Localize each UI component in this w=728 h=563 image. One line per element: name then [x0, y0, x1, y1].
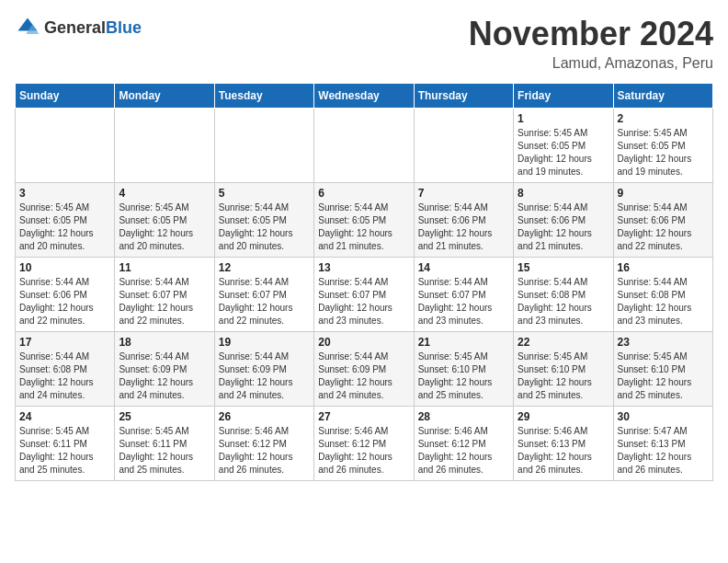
day-info: Sunrise: 5:46 AM Sunset: 6:12 PM Dayligh…: [318, 425, 409, 477]
calendar-cell: 20Sunrise: 5:44 AM Sunset: 6:09 PM Dayli…: [314, 332, 414, 407]
day-number: 22: [518, 336, 609, 349]
day-info: Sunrise: 5:45 AM Sunset: 6:10 PM Dayligh…: [418, 350, 509, 402]
day-number: 29: [518, 410, 609, 423]
day-info: Sunrise: 5:44 AM Sunset: 6:08 PM Dayligh…: [19, 350, 110, 402]
day-number: 3: [19, 187, 110, 200]
calendar-cell: 8Sunrise: 5:44 AM Sunset: 6:06 PM Daylig…: [514, 183, 613, 258]
calendar-cell: 16Sunrise: 5:44 AM Sunset: 6:08 PM Dayli…: [613, 258, 712, 332]
day-info: Sunrise: 5:45 AM Sunset: 6:10 PM Dayligh…: [518, 350, 609, 402]
calendar-cell: 21Sunrise: 5:45 AM Sunset: 6:10 PM Dayli…: [414, 332, 513, 407]
weekday-header-tuesday: Tuesday: [214, 84, 313, 109]
weekday-header-saturday: Saturday: [613, 84, 712, 109]
weekday-header-row: SundayMondayTuesdayWednesdayThursdayFrid…: [16, 84, 713, 109]
day-info: Sunrise: 5:44 AM Sunset: 6:06 PM Dayligh…: [418, 201, 509, 253]
day-info: Sunrise: 5:44 AM Sunset: 6:09 PM Dayligh…: [219, 350, 310, 402]
day-number: 30: [618, 410, 709, 423]
calendar-cell: 30Sunrise: 5:47 AM Sunset: 6:13 PM Dayli…: [613, 407, 712, 481]
day-info: Sunrise: 5:45 AM Sunset: 6:10 PM Dayligh…: [618, 350, 709, 402]
day-number: 21: [418, 336, 509, 349]
day-number: 17: [19, 336, 110, 349]
day-info: Sunrise: 5:45 AM Sunset: 6:11 PM Dayligh…: [119, 425, 210, 477]
calendar-cell: 13Sunrise: 5:44 AM Sunset: 6:07 PM Dayli…: [314, 258, 414, 332]
day-number: 4: [119, 187, 210, 200]
calendar-cell: 18Sunrise: 5:44 AM Sunset: 6:09 PM Dayli…: [115, 332, 214, 407]
day-info: Sunrise: 5:44 AM Sunset: 6:06 PM Dayligh…: [618, 201, 709, 253]
calendar-cell: 1Sunrise: 5:45 AM Sunset: 6:05 PM Daylig…: [514, 109, 613, 183]
calendar-cell: 2Sunrise: 5:45 AM Sunset: 6:05 PM Daylig…: [613, 109, 712, 183]
calendar-cell: 28Sunrise: 5:46 AM Sunset: 6:12 PM Dayli…: [414, 407, 513, 481]
day-info: Sunrise: 5:45 AM Sunset: 6:05 PM Dayligh…: [119, 201, 210, 253]
day-info: Sunrise: 5:45 AM Sunset: 6:05 PM Dayligh…: [518, 127, 609, 178]
calendar-cell: 17Sunrise: 5:44 AM Sunset: 6:08 PM Dayli…: [16, 332, 115, 407]
day-number: 5: [219, 187, 310, 200]
calendar-cell: 15Sunrise: 5:44 AM Sunset: 6:08 PM Dayli…: [514, 258, 613, 332]
calendar-cell: 26Sunrise: 5:46 AM Sunset: 6:12 PM Dayli…: [214, 407, 313, 481]
day-info: Sunrise: 5:45 AM Sunset: 6:05 PM Dayligh…: [19, 201, 110, 253]
calendar-cell: 11Sunrise: 5:44 AM Sunset: 6:07 PM Dayli…: [115, 258, 214, 332]
calendar-cell: 12Sunrise: 5:44 AM Sunset: 6:07 PM Dayli…: [214, 258, 313, 332]
title-area: November 2024 Lamud, Amazonas, Peru: [469, 15, 713, 72]
day-number: 8: [518, 187, 609, 200]
weekday-header-sunday: Sunday: [16, 84, 115, 109]
calendar-cell: 14Sunrise: 5:44 AM Sunset: 6:07 PM Dayli…: [414, 258, 513, 332]
calendar-week-2: 3Sunrise: 5:45 AM Sunset: 6:05 PM Daylig…: [16, 183, 713, 258]
day-info: Sunrise: 5:44 AM Sunset: 6:06 PM Dayligh…: [518, 201, 609, 253]
day-number: 25: [119, 410, 210, 423]
calendar-cell: 9Sunrise: 5:44 AM Sunset: 6:06 PM Daylig…: [613, 183, 712, 258]
day-number: 9: [618, 187, 709, 200]
logo-text-blue: Blue: [106, 18, 142, 37]
weekday-header-thursday: Thursday: [414, 84, 513, 109]
day-number: 26: [219, 410, 310, 423]
calendar-cell: [214, 109, 313, 183]
calendar-cell: 29Sunrise: 5:46 AM Sunset: 6:13 PM Dayli…: [514, 407, 613, 481]
month-title: November 2024: [469, 15, 713, 53]
day-number: 14: [418, 261, 509, 274]
calendar-cell: 19Sunrise: 5:44 AM Sunset: 6:09 PM Dayli…: [214, 332, 313, 407]
calendar-table: SundayMondayTuesdayWednesdayThursdayFrid…: [15, 83, 713, 481]
calendar-cell: 24Sunrise: 5:45 AM Sunset: 6:11 PM Dayli…: [16, 407, 115, 481]
calendar-cell: [314, 109, 414, 183]
calendar-cell: 22Sunrise: 5:45 AM Sunset: 6:10 PM Dayli…: [514, 332, 613, 407]
calendar-cell: 23Sunrise: 5:45 AM Sunset: 6:10 PM Dayli…: [613, 332, 712, 407]
day-info: Sunrise: 5:44 AM Sunset: 6:05 PM Dayligh…: [318, 201, 409, 253]
day-info: Sunrise: 5:44 AM Sunset: 6:07 PM Dayligh…: [219, 276, 310, 327]
calendar-cell: 6Sunrise: 5:44 AM Sunset: 6:05 PM Daylig…: [314, 183, 414, 258]
weekday-header-friday: Friday: [514, 84, 613, 109]
calendar-cell: 5Sunrise: 5:44 AM Sunset: 6:05 PM Daylig…: [214, 183, 313, 258]
day-number: 7: [418, 187, 509, 200]
day-info: Sunrise: 5:44 AM Sunset: 6:09 PM Dayligh…: [318, 350, 409, 402]
day-number: 18: [119, 336, 210, 349]
calendar-cell: 7Sunrise: 5:44 AM Sunset: 6:06 PM Daylig…: [414, 183, 513, 258]
logo-text-general: General: [44, 18, 106, 37]
weekday-header-wednesday: Wednesday: [314, 84, 414, 109]
weekday-header-monday: Monday: [115, 84, 214, 109]
location-title: Lamud, Amazonas, Peru: [469, 55, 713, 72]
calendar-cell: 4Sunrise: 5:45 AM Sunset: 6:05 PM Daylig…: [115, 183, 214, 258]
day-info: Sunrise: 5:46 AM Sunset: 6:12 PM Dayligh…: [418, 425, 509, 477]
day-number: 20: [318, 336, 409, 349]
day-number: 12: [219, 261, 310, 274]
day-info: Sunrise: 5:44 AM Sunset: 6:09 PM Dayligh…: [119, 350, 210, 402]
calendar-cell: 3Sunrise: 5:45 AM Sunset: 6:05 PM Daylig…: [16, 183, 115, 258]
day-number: 1: [518, 112, 609, 125]
calendar-cell: 25Sunrise: 5:45 AM Sunset: 6:11 PM Dayli…: [115, 407, 214, 481]
calendar-cell: 10Sunrise: 5:44 AM Sunset: 6:06 PM Dayli…: [16, 258, 115, 332]
calendar-cell: [115, 109, 214, 183]
calendar-week-1: 1Sunrise: 5:45 AM Sunset: 6:05 PM Daylig…: [16, 109, 713, 183]
day-number: 10: [19, 261, 110, 274]
day-info: Sunrise: 5:44 AM Sunset: 6:05 PM Dayligh…: [219, 201, 310, 253]
day-number: 23: [618, 336, 709, 349]
calendar-cell: [414, 109, 513, 183]
logo-icon: [15, 15, 40, 40]
calendar-cell: 27Sunrise: 5:46 AM Sunset: 6:12 PM Dayli…: [314, 407, 414, 481]
day-info: Sunrise: 5:44 AM Sunset: 6:07 PM Dayligh…: [119, 276, 210, 327]
page-header: GeneralBlue November 2024 Lamud, Amazona…: [15, 15, 713, 72]
day-number: 11: [119, 261, 210, 274]
day-info: Sunrise: 5:44 AM Sunset: 6:07 PM Dayligh…: [318, 276, 409, 327]
calendar-cell: [16, 109, 115, 183]
day-number: 2: [618, 112, 709, 125]
day-info: Sunrise: 5:44 AM Sunset: 6:06 PM Dayligh…: [19, 276, 110, 327]
day-number: 27: [318, 410, 409, 423]
day-number: 13: [318, 261, 409, 274]
day-info: Sunrise: 5:45 AM Sunset: 6:05 PM Dayligh…: [618, 127, 709, 178]
